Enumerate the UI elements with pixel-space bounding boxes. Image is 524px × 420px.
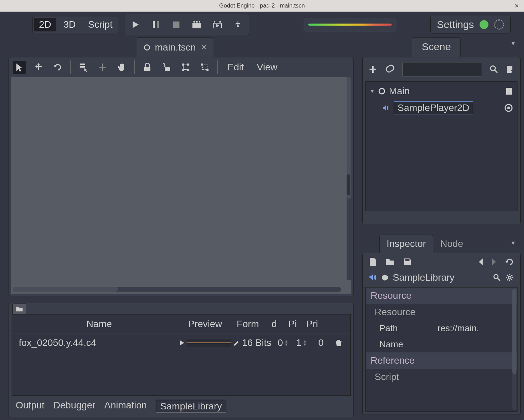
sample-format: 16 Bits — [240, 337, 274, 348]
tree-collapse-icon[interactable]: ▼ — [370, 88, 375, 94]
close-icon[interactable]: ✕ — [514, 3, 519, 9]
sample-name: fox_02050.y.44.c4 — [19, 337, 179, 348]
tab-debugger[interactable]: Debugger — [53, 400, 95, 413]
tree-row-root[interactable]: ▼ Main — [368, 84, 514, 98]
svg-rect-3 — [193, 23, 201, 28]
list-select-icon[interactable] — [77, 61, 90, 74]
subcategory-script[interactable]: Script — [366, 369, 517, 385]
play-custom-scene-icon[interactable] — [207, 15, 228, 34]
axis-line — [11, 181, 351, 181]
header-pi: Pi — [283, 319, 302, 330]
svg-point-26 — [494, 275, 498, 279]
edit-sample-icon[interactable] — [233, 340, 240, 346]
viewport-canvas[interactable] — [11, 77, 351, 294]
svg-rect-12 — [182, 64, 184, 66]
history-next-icon[interactable] — [492, 258, 497, 266]
bottom-panel: Name Preview Form d Pi Pri fox_02050.y.4… — [9, 303, 354, 417]
inspector-properties: Resource Resource Path res://main. Name … — [365, 287, 518, 412]
viewport-hscroll[interactable] — [13, 287, 341, 292]
tab-animation[interactable]: Animation — [104, 400, 147, 413]
svg-rect-10 — [165, 67, 170, 71]
lock-icon[interactable] — [141, 61, 154, 74]
window-titlebar: Godot Engine - pad-2 - main.tscn ✕ — [0, 0, 524, 12]
stop-icon[interactable] — [166, 15, 187, 34]
header-pri: Pri — [302, 319, 322, 330]
close-tab-icon[interactable]: ✕ — [201, 43, 207, 52]
svg-rect-13 — [187, 64, 189, 66]
select-tool-icon[interactable] — [13, 61, 26, 74]
svg-point-19 — [491, 66, 495, 71]
folder-tab-icon[interactable] — [12, 303, 26, 314]
svg-rect-9 — [144, 67, 150, 71]
sample-pi-value[interactable]: 1▲▼ — [292, 337, 311, 348]
inspector-tab[interactable]: Inspector — [379, 235, 433, 253]
pause-icon[interactable] — [146, 15, 166, 34]
scene-search-input[interactable] — [402, 62, 482, 76]
svg-point-24 — [507, 107, 510, 109]
visibility-toggle-icon[interactable] — [504, 103, 513, 112]
play-scene-icon[interactable] — [187, 15, 207, 34]
add-node-icon[interactable] — [368, 65, 378, 74]
prop-name-row[interactable]: Name — [366, 336, 517, 352]
search-icon[interactable] — [489, 65, 498, 74]
inspector-dock: SampleLibrary Resource Resource Path res… — [362, 253, 521, 415]
viewport-toolbar: Edit View — [9, 57, 353, 77]
broadcast-icon[interactable] — [228, 15, 248, 34]
visibility-script-icon[interactable] — [505, 87, 513, 95]
header-name: Name — [19, 319, 179, 330]
prop-path-label: Path — [379, 323, 438, 334]
prop-path-row[interactable]: Path res://main. — [366, 320, 517, 336]
sample-d-value[interactable]: 0▲▼ — [274, 337, 292, 348]
inspector-object-name: SampleLibrary — [393, 272, 455, 283]
child-node-label[interactable]: SamplePlayer2D — [394, 101, 473, 114]
table-row[interactable]: fox_02050.y.44.c4 16 Bits 0▲▼ 1▲▼ 0 — [12, 334, 350, 352]
inspector-dock-menu-icon[interactable]: ▼ — [510, 240, 516, 246]
new-resource-icon[interactable] — [369, 257, 377, 267]
mode-script-button[interactable]: Script — [82, 16, 119, 33]
play-sample-icon[interactable] — [179, 340, 185, 346]
edit-menu[interactable]: Edit — [224, 62, 247, 73]
inspector-search-icon[interactable] — [493, 274, 501, 282]
svg-rect-6 — [80, 64, 85, 65]
rotate-tool-icon[interactable] — [51, 61, 64, 74]
viewport-mode-switch: 2D 3D Script — [32, 16, 119, 33]
group-icon[interactable] — [179, 61, 192, 74]
settings-button[interactable]: Settings — [437, 19, 474, 30]
tab-samplelibrary[interactable]: SampleLibrary — [156, 400, 227, 413]
svg-rect-16 — [202, 65, 207, 70]
tab-output[interactable]: Output — [16, 400, 44, 413]
mode-2d-button[interactable]: 2D — [34, 18, 56, 31]
attach-script-icon[interactable] — [506, 65, 515, 74]
instance-scene-icon[interactable] — [385, 65, 395, 74]
inspector-scrollbar[interactable] — [512, 289, 516, 410]
move-tool-icon[interactable] — [32, 61, 45, 74]
save-resource-icon[interactable] — [403, 257, 412, 266]
tree-row-child[interactable]: SamplePlayer2D — [368, 100, 514, 116]
history-prev-icon[interactable] — [478, 258, 483, 266]
subcategory-resource[interactable]: Resource — [366, 304, 517, 320]
pan-tool-icon[interactable] — [115, 61, 128, 74]
history-icon[interactable] — [505, 257, 514, 266]
category-resource[interactable]: Resource — [366, 288, 517, 304]
unlock-icon[interactable] — [160, 61, 173, 74]
scene-dock-tab[interactable]: Scene — [412, 37, 461, 57]
delete-sample-icon[interactable] — [335, 339, 343, 347]
play-icon[interactable] — [125, 15, 146, 34]
unsaved-indicator-icon — [144, 44, 150, 51]
open-resource-icon[interactable] — [385, 258, 395, 266]
mode-3d-button[interactable]: 3D — [57, 16, 82, 33]
ungroup-icon[interactable] — [198, 61, 211, 74]
node-tab[interactable]: Node — [433, 235, 470, 253]
pivot-tool-icon[interactable] — [96, 61, 109, 74]
gear-icon[interactable] — [505, 273, 514, 282]
view-menu[interactable]: View — [253, 62, 281, 73]
play-toolbar — [124, 14, 249, 35]
dock-menu-icon[interactable]: ▼ — [510, 41, 516, 47]
audio-resource-icon — [369, 274, 377, 281]
sample-table: Name Preview Form d Pi Pri fox_02050.y.4… — [12, 314, 351, 396]
scene-tab-main[interactable]: main.tscn ✕ — [137, 37, 214, 57]
viewport-resize-handle[interactable] — [347, 174, 350, 195]
sample-pri-value[interactable]: 0 — [311, 337, 331, 348]
prop-path-value: res://main. — [438, 323, 479, 334]
category-reference[interactable]: Reference — [366, 352, 517, 369]
